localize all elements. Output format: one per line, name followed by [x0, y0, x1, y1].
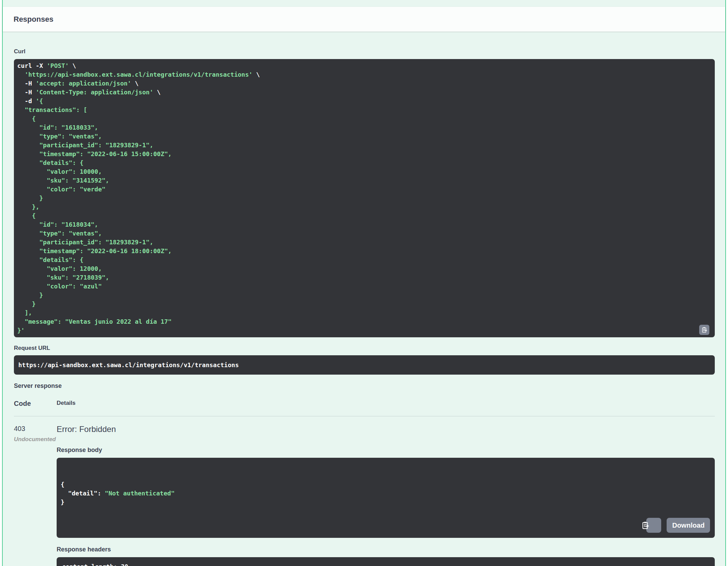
swagger-page: Responses Curl curl -X 'POST' \ 'https:/…	[0, 0, 728, 566]
responses-title: Responses	[14, 15, 53, 24]
download-button[interactable]: Download	[667, 518, 710, 533]
response-body-code-block: { "detail": "Not authenticated"}	[57, 458, 715, 538]
response-headers-block: content-length: 30content-type: applicat…	[57, 557, 715, 566]
server-response-table: Code Details 403 Undocumented Error: For…	[14, 400, 715, 566]
request-url-label: Request URL	[14, 344, 715, 352]
response-body-actions: Download	[646, 518, 710, 533]
response-row-403: 403 Undocumented Error: Forbidden Respon…	[14, 416, 715, 566]
response-body-code: { "detail": "Not authenticated"}	[61, 480, 711, 507]
response-details-cell: Error: Forbidden Response body { "detail…	[57, 424, 715, 566]
code-column-header: Code	[14, 400, 57, 408]
responses-panel: Responses Curl curl -X 'POST' \ 'https:/…	[2, 0, 726, 566]
status-code: 403	[14, 424, 57, 433]
details-column-header: Details	[57, 400, 715, 408]
server-response-label: Server response	[14, 382, 715, 390]
clipboard-icon	[701, 327, 707, 333]
response-body-label: Response body	[57, 446, 715, 454]
response-headers-label: Response headers	[57, 546, 715, 553]
response-body-copy-button[interactable]	[646, 518, 661, 533]
response-code-cell: 403 Undocumented	[14, 424, 57, 566]
response-table-header: Code Details	[14, 400, 715, 416]
clipboard-icon	[641, 511, 666, 538]
undocumented-badge: Undocumented	[14, 436, 57, 443]
curl-copy-button[interactable]	[699, 325, 709, 335]
curl-code-block: curl -X 'POST' \ 'https://api-sandbox.ex…	[14, 59, 715, 337]
curl-label: Curl	[14, 48, 715, 55]
request-url-value: https://api-sandbox.ext.sawa.cl/integrat…	[14, 355, 715, 375]
responses-content: Curl curl -X 'POST' \ 'https://api-sandb…	[3, 48, 725, 566]
responses-section-header: Responses	[3, 7, 725, 32]
response-description: Error: Forbidden	[57, 424, 715, 434]
